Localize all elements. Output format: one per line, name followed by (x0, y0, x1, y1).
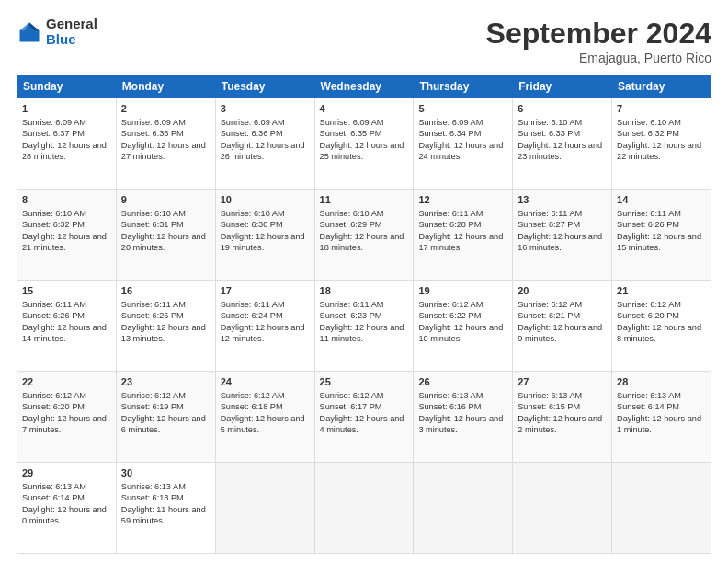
day-number: 19 (418, 284, 507, 298)
day-detail: Daylight: 12 hours and 16 minutes. (518, 231, 607, 254)
day-detail: Sunset: 6:29 PM (320, 219, 409, 230)
day-detail: Sunset: 6:19 PM (121, 401, 210, 412)
table-row: 29Sunrise: 6:13 AMSunset: 6:14 PMDayligh… (17, 463, 117, 554)
table-row: 13Sunrise: 6:11 AMSunset: 6:27 PMDayligh… (513, 190, 612, 281)
day-detail: Sunset: 6:27 PM (518, 219, 607, 230)
day-number: 26 (418, 375, 507, 389)
day-number: 2 (121, 102, 210, 116)
day-detail: Sunset: 6:26 PM (617, 219, 706, 230)
table-row: 6Sunrise: 6:10 AMSunset: 6:33 PMDaylight… (513, 98, 612, 190)
day-detail: Sunset: 6:32 PM (617, 128, 706, 139)
page: General Blue September 2024 Emajagua, Pu… (0, 0, 728, 563)
day-detail: Daylight: 12 hours and 21 minutes. (22, 231, 111, 254)
day-number: 21 (617, 284, 706, 298)
day-detail: Sunrise: 6:12 AM (22, 390, 111, 401)
table-row: 10Sunrise: 6:10 AMSunset: 6:30 PMDayligh… (215, 190, 314, 281)
day-detail: Sunset: 6:35 PM (320, 128, 409, 139)
day-detail: Daylight: 12 hours and 17 minutes. (418, 231, 507, 254)
table-row: 30Sunrise: 6:13 AMSunset: 6:13 PMDayligh… (116, 463, 215, 554)
day-detail: Sunrise: 6:10 AM (518, 117, 607, 128)
day-detail: Sunset: 6:34 PM (418, 128, 507, 139)
day-detail: Sunrise: 6:11 AM (518, 208, 607, 219)
day-detail: Sunset: 6:17 PM (320, 401, 409, 412)
table-row: 20Sunrise: 6:12 AMSunset: 6:21 PMDayligh… (513, 281, 612, 372)
table-row: 8Sunrise: 6:10 AMSunset: 6:32 PMDaylight… (17, 190, 117, 281)
day-detail: Sunset: 6:22 PM (418, 310, 507, 321)
table-row: 9Sunrise: 6:10 AMSunset: 6:31 PMDaylight… (116, 190, 215, 281)
table-row: 7Sunrise: 6:10 AMSunset: 6:32 PMDaylight… (612, 98, 711, 190)
table-row: 21Sunrise: 6:12 AMSunset: 6:20 PMDayligh… (612, 281, 711, 372)
day-detail: Daylight: 12 hours and 9 minutes. (518, 322, 607, 345)
day-detail: Sunset: 6:16 PM (418, 401, 507, 412)
logo: General Blue (17, 17, 97, 47)
day-number: 8 (22, 193, 111, 207)
day-detail: Sunset: 6:14 PM (22, 492, 111, 503)
day-number: 6 (518, 102, 607, 116)
day-detail: Sunrise: 6:10 AM (22, 208, 111, 219)
table-row: 5Sunrise: 6:09 AMSunset: 6:34 PMDaylight… (414, 98, 513, 190)
table-row (314, 463, 414, 554)
table-row: 26Sunrise: 6:13 AMSunset: 6:16 PMDayligh… (414, 372, 513, 463)
day-detail: Sunrise: 6:12 AM (221, 390, 310, 401)
logo-general-text: General (46, 17, 97, 32)
table-row: 27Sunrise: 6:13 AMSunset: 6:15 PMDayligh… (513, 372, 612, 463)
day-number: 7 (617, 102, 706, 116)
day-number: 28 (617, 375, 706, 389)
day-detail: Daylight: 12 hours and 28 minutes. (22, 140, 111, 163)
day-detail: Daylight: 12 hours and 1 minute. (617, 413, 706, 436)
calendar-table: Sunday Monday Tuesday Wednesday Thursday… (17, 75, 711, 554)
day-detail: Daylight: 12 hours and 10 minutes. (418, 322, 507, 345)
table-row: 4Sunrise: 6:09 AMSunset: 6:35 PMDaylight… (314, 98, 414, 190)
day-detail: Sunset: 6:36 PM (121, 128, 210, 139)
col-thursday: Thursday (414, 75, 513, 98)
day-detail: Sunset: 6:21 PM (518, 310, 607, 321)
day-number: 30 (121, 466, 210, 480)
day-detail: Sunset: 6:18 PM (221, 401, 310, 412)
day-detail: Sunset: 6:37 PM (22, 128, 111, 139)
day-number: 24 (221, 375, 310, 389)
table-row: 15Sunrise: 6:11 AMSunset: 6:26 PMDayligh… (17, 281, 117, 372)
day-detail: Sunset: 6:25 PM (121, 310, 210, 321)
day-number: 11 (320, 193, 409, 207)
logo-text: General Blue (46, 17, 97, 47)
day-detail: Sunrise: 6:09 AM (320, 117, 409, 128)
day-detail: Sunrise: 6:11 AM (221, 299, 310, 310)
day-detail: Sunset: 6:26 PM (22, 310, 111, 321)
day-detail: Daylight: 12 hours and 22 minutes. (617, 140, 706, 163)
day-detail: Daylight: 12 hours and 23 minutes. (518, 140, 607, 163)
day-detail: Daylight: 12 hours and 8 minutes. (617, 322, 706, 345)
day-detail: Sunrise: 6:09 AM (121, 117, 210, 128)
day-number: 9 (121, 193, 210, 207)
day-detail: Sunset: 6:36 PM (221, 128, 310, 139)
col-saturday: Saturday (612, 75, 711, 98)
table-row: 12Sunrise: 6:11 AMSunset: 6:28 PMDayligh… (414, 190, 513, 281)
day-number: 4 (320, 102, 409, 116)
col-monday: Monday (116, 75, 215, 98)
day-detail: Sunrise: 6:12 AM (121, 390, 210, 401)
col-tuesday: Tuesday (215, 75, 314, 98)
day-number: 10 (221, 193, 310, 207)
day-number: 3 (221, 102, 310, 116)
day-detail: Daylight: 12 hours and 0 minutes. (22, 504, 111, 527)
day-detail: Daylight: 12 hours and 4 minutes. (320, 413, 409, 436)
day-detail: Daylight: 12 hours and 19 minutes. (221, 231, 310, 254)
day-number: 29 (22, 466, 111, 480)
day-detail: Daylight: 12 hours and 7 minutes. (22, 413, 111, 436)
day-detail: Daylight: 12 hours and 3 minutes. (418, 413, 507, 436)
day-detail: Daylight: 12 hours and 25 minutes. (320, 140, 409, 163)
table-row: 28Sunrise: 6:13 AMSunset: 6:14 PMDayligh… (612, 372, 711, 463)
calendar-week-2: 8Sunrise: 6:10 AMSunset: 6:32 PMDaylight… (17, 190, 711, 281)
day-detail: Daylight: 12 hours and 11 minutes. (320, 322, 409, 345)
day-number: 13 (518, 193, 607, 207)
table-row: 24Sunrise: 6:12 AMSunset: 6:18 PMDayligh… (215, 372, 314, 463)
table-row: 1Sunrise: 6:09 AMSunset: 6:37 PMDaylight… (17, 98, 117, 190)
day-detail: Sunrise: 6:12 AM (320, 390, 409, 401)
day-detail: Sunrise: 6:13 AM (121, 481, 210, 492)
day-detail: Daylight: 12 hours and 2 minutes. (518, 413, 607, 436)
day-detail: Daylight: 12 hours and 12 minutes. (221, 322, 310, 345)
day-detail: Daylight: 12 hours and 6 minutes. (121, 413, 210, 436)
day-detail: Sunrise: 6:10 AM (221, 208, 310, 219)
day-detail: Sunrise: 6:11 AM (617, 208, 706, 219)
day-number: 22 (22, 375, 111, 389)
col-sunday: Sunday (17, 75, 117, 98)
